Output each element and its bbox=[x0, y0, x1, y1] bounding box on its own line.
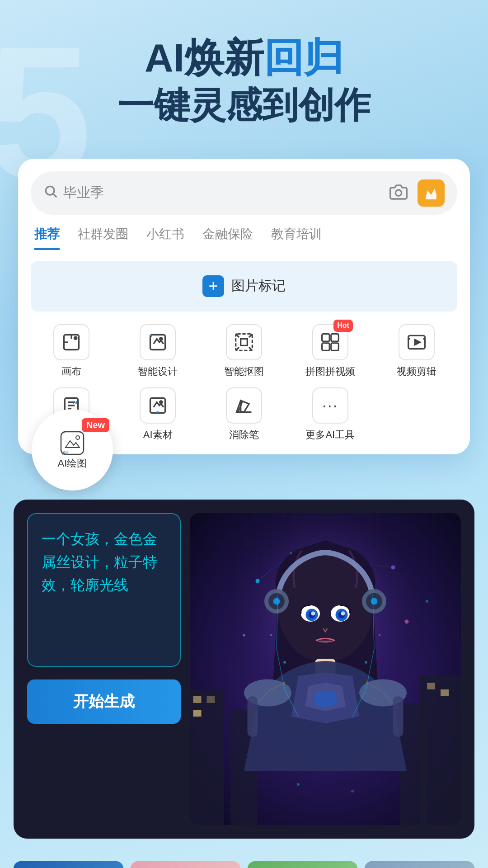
svg-rect-39 bbox=[207, 696, 215, 703]
svg-text:AI: AI bbox=[62, 450, 68, 456]
tool-video-edit-label: 视频剪辑 bbox=[397, 365, 436, 378]
search-icon bbox=[43, 184, 58, 202]
svg-rect-13 bbox=[331, 334, 339, 341]
app-card: 毕业季 推荐 社群发圈 小红书 金融保险 教育培训 + 图片标记 bbox=[18, 159, 470, 454]
hero-title-line2: 一键灵感到创作 bbox=[27, 84, 461, 127]
svg-text:AI: AI bbox=[73, 400, 77, 405]
hero-section: AI焕新 回归 一键灵感到创作 bbox=[0, 0, 488, 145]
svg-point-57 bbox=[273, 598, 280, 604]
svg-point-26 bbox=[160, 401, 163, 404]
tool-smart-design-icon bbox=[140, 324, 176, 360]
tool-ai-material[interactable]: AI AI素材 bbox=[117, 387, 199, 442]
svg-rect-70 bbox=[248, 696, 258, 737]
svg-point-48 bbox=[405, 619, 409, 623]
tool-eraser[interactable]: 消除笔 bbox=[203, 387, 285, 442]
svg-point-8 bbox=[75, 337, 77, 340]
prompt-column: 一个女孩，金色金属丝设计，粒子特效，轮廓光线 开始生成 bbox=[27, 513, 181, 825]
tab-finance[interactable]: 金融保险 bbox=[202, 226, 253, 250]
svg-rect-12 bbox=[322, 334, 329, 341]
hero-title-line1: AI焕新 回归 bbox=[27, 36, 461, 80]
hero-title-part1: AI焕新 bbox=[145, 36, 264, 80]
hero-title-part2: 回归 bbox=[264, 36, 343, 80]
tool-video-edit-icon bbox=[399, 324, 435, 360]
tool-collage[interactable]: Hot 拼图拼视频 bbox=[289, 324, 371, 378]
svg-line-1 bbox=[53, 194, 56, 197]
svg-point-74 bbox=[270, 634, 272, 637]
thumbnail-3[interactable]: 🍎 热点·水果尝鲜季 bbox=[248, 861, 357, 868]
tool-ai-material-icon: AI bbox=[140, 387, 176, 424]
tool-more-ai[interactable]: ··· 更多AI工具 bbox=[289, 387, 371, 442]
tab-education[interactable]: 教育培训 bbox=[271, 226, 322, 250]
tool-collage-label: 拼图拼视频 bbox=[305, 365, 355, 378]
svg-point-47 bbox=[243, 634, 245, 637]
camera-icon[interactable] bbox=[389, 183, 408, 203]
svg-rect-14 bbox=[322, 343, 329, 351]
thumbnail-2[interactable]: 🎀 精选·活动邀请函 bbox=[131, 861, 240, 868]
plus-icon: + bbox=[202, 275, 224, 297]
svg-point-46 bbox=[426, 600, 428, 603]
thumbnail-4[interactable]: 热点 bbox=[365, 861, 474, 868]
svg-rect-4 bbox=[426, 198, 436, 199]
svg-point-58 bbox=[371, 598, 378, 604]
svg-rect-40 bbox=[193, 710, 202, 717]
svg-point-66 bbox=[341, 611, 345, 615]
search-bar[interactable]: 毕业季 bbox=[31, 171, 457, 215]
tool-more-ai-label: 更多AI工具 bbox=[305, 428, 355, 442]
ai-image-panel bbox=[190, 513, 461, 825]
svg-point-75 bbox=[379, 634, 381, 637]
ai-draw-label: AI绘图 bbox=[58, 457, 87, 470]
tool-smart-cutout[interactable]: 智能抠图 bbox=[203, 324, 285, 378]
tool-smart-design[interactable]: 智能设计 bbox=[117, 324, 199, 378]
svg-point-72 bbox=[283, 661, 286, 664]
svg-rect-38 bbox=[193, 696, 202, 703]
tool-collage-icon: Hot bbox=[312, 324, 348, 360]
tab-xiaohongshu[interactable]: 小红书 bbox=[146, 226, 184, 250]
tool-ai-material-label: AI素材 bbox=[143, 428, 173, 442]
thumbnails-section: 每日·新品推荐 🎀 精选·活动邀请函 🍎 热点·水果尝鲜季 热点 bbox=[0, 852, 488, 868]
tool-smart-cutout-label: 智能抠图 bbox=[224, 365, 264, 378]
tool-smart-cutout-icon bbox=[226, 324, 262, 360]
image-marker-button[interactable]: + 图片标记 bbox=[31, 261, 457, 311]
ai-generated-image bbox=[190, 513, 461, 825]
svg-rect-42 bbox=[441, 689, 449, 696]
svg-point-2 bbox=[395, 190, 401, 196]
crown-badge[interactable] bbox=[418, 179, 445, 207]
tab-recommended[interactable]: 推荐 bbox=[34, 226, 60, 250]
prompt-panel: 一个女孩，金色金属丝设计，粒子特效，轮廓光线 bbox=[27, 513, 181, 667]
svg-point-65 bbox=[311, 611, 315, 615]
thumbnails-row: 每日·新品推荐 🎀 精选·活动邀请函 🍎 热点·水果尝鲜季 热点 bbox=[14, 861, 474, 868]
svg-marker-3 bbox=[426, 189, 436, 198]
badge-hot: Hot bbox=[333, 320, 353, 332]
svg-text:AI: AI bbox=[156, 410, 160, 414]
prompt-text: 一个女孩，金色金属丝设计，粒子特效，轮廓光线 bbox=[42, 528, 166, 597]
svg-point-0 bbox=[46, 186, 54, 195]
tab-social-circle[interactable]: 社群发圈 bbox=[78, 226, 128, 250]
svg-rect-41 bbox=[427, 683, 435, 689]
tool-video-edit[interactable]: 视频剪辑 bbox=[375, 324, 457, 378]
image-marker-label: 图片标记 bbox=[231, 277, 286, 295]
svg-rect-71 bbox=[393, 696, 404, 737]
svg-point-77 bbox=[351, 790, 354, 793]
svg-point-76 bbox=[297, 783, 300, 786]
tool-smart-design-label: 智能设计 bbox=[138, 365, 178, 378]
tab-nav: 推荐 社群发圈 小红书 金融保险 教育培训 bbox=[31, 226, 457, 250]
tool-canvas[interactable]: 画布 bbox=[31, 324, 113, 378]
tool-more-ai-icon: ··· bbox=[312, 387, 348, 424]
tool-eraser-icon bbox=[226, 387, 262, 424]
tool-canvas-icon bbox=[53, 324, 89, 360]
ai-drawing-overlay[interactable]: AI AI绘图 New bbox=[32, 409, 113, 491]
tablet-section: 一个女孩，金色金属丝设计，粒子特效，轮廓光线 开始生成 bbox=[14, 500, 474, 839]
svg-point-30 bbox=[76, 436, 80, 439]
tool-eraser-label: 消除笔 bbox=[229, 428, 259, 442]
thumbnail-1[interactable]: 每日·新品推荐 bbox=[14, 861, 123, 868]
svg-point-10 bbox=[160, 338, 163, 340]
svg-marker-17 bbox=[415, 340, 420, 344]
badge-new: New bbox=[82, 418, 109, 432]
svg-point-73 bbox=[365, 661, 367, 664]
search-placeholder-text: 毕业季 bbox=[63, 184, 384, 202]
tool-canvas-label: 画布 bbox=[61, 365, 81, 378]
generate-button[interactable]: 开始生成 bbox=[27, 679, 181, 724]
ai-draw-icon: AI bbox=[59, 429, 86, 457]
svg-rect-15 bbox=[331, 343, 339, 351]
